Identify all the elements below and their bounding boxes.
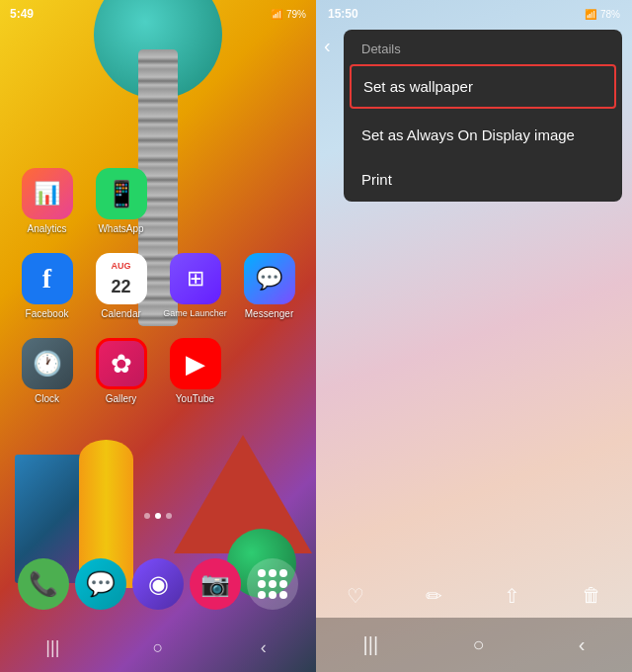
delete-icon[interactable]: 🗑 <box>582 584 601 607</box>
app-row-2: f Facebook AUG 22 Calendar ⊞ Game Launch… <box>10 253 306 320</box>
app-gallery[interactable]: ✿ Gallery <box>89 338 153 405</box>
app-empty-1 <box>163 168 227 235</box>
app-youtube[interactable]: ▶ YouTube <box>163 338 227 405</box>
calendar-label: Calendar <box>101 308 141 320</box>
print-label: Print <box>361 171 392 188</box>
dock-camera[interactable]: 📷 <box>190 558 241 610</box>
clock-label: Clock <box>35 393 59 405</box>
page-indicators <box>0 513 316 519</box>
nav-recent[interactable]: ||| <box>38 637 67 657</box>
status-bar-left: 5:49 📶 79% <box>0 0 316 28</box>
dot-3 <box>166 513 172 519</box>
dock-messages[interactable]: 💬 <box>75 558 126 610</box>
app-calendar[interactable]: AUG 22 Calendar <box>89 253 153 320</box>
gallery-label: Gallery <box>106 393 137 405</box>
app-empty-2 <box>237 168 301 235</box>
favorite-icon[interactable]: ♡ <box>347 584 364 608</box>
dock-phone[interactable]: 📞 <box>18 558 69 610</box>
left-status-icons: 📶 79% <box>271 9 306 20</box>
app-gamelauncher[interactable]: ⊞ Game Launcher <box>163 253 227 320</box>
nav-back[interactable]: ‹ <box>249 637 278 657</box>
nav-right-back[interactable]: ‹ <box>579 633 586 656</box>
app-grid: 📊 Analytics 📱 WhatsApp f Facebook <box>0 168 316 423</box>
whatsapp-icon: 📱 <box>96 168 147 219</box>
nav-bar-left: ||| ○ ‹ <box>0 623 316 672</box>
gamelauncher-label: Game Launcher <box>163 308 227 319</box>
app-facebook[interactable]: f Facebook <box>15 253 79 320</box>
back-button[interactable]: ‹ <box>324 35 331 57</box>
right-time: 15:50 <box>328 7 358 21</box>
app-messenger[interactable]: 💬 Messenger <box>237 253 301 320</box>
dock: 📞 💬 ◉ 📷 <box>0 550 316 618</box>
dock-apps[interactable] <box>247 558 298 610</box>
left-signal-icon: 📶 <box>271 9 282 20</box>
status-bar-right: 15:50 📶 78% <box>316 0 632 28</box>
right-battery-text: 78% <box>600 9 620 20</box>
set-aod-item[interactable]: Set as Always On Display image <box>344 113 622 157</box>
nav-home[interactable]: ○ <box>143 637 173 657</box>
left-time: 5:49 <box>10 7 34 21</box>
share-icon[interactable]: ⇧ <box>504 584 520 608</box>
set-aod-label: Set as Always On Display image <box>361 126 575 143</box>
app-row-1: 📊 Analytics 📱 WhatsApp <box>10 168 306 235</box>
app-whatsapp[interactable]: 📱 WhatsApp <box>89 168 153 235</box>
analytics-icon: 📊 <box>22 168 73 219</box>
app-analytics[interactable]: 📊 Analytics <box>15 168 79 235</box>
right-phone-screen: 15:50 📶 78% ‹ Details Set as wallpaper S… <box>316 0 632 672</box>
context-menu-header: Details <box>344 30 622 64</box>
youtube-icon: ▶ <box>170 338 221 389</box>
set-wallpaper-item[interactable]: Set as wallpaper <box>350 64 616 109</box>
clock-icon: 🕐 <box>22 338 73 389</box>
facebook-label: Facebook <box>26 308 69 320</box>
edit-icon[interactable]: ✏ <box>426 584 442 608</box>
messenger-icon: 💬 <box>244 253 295 304</box>
whatsapp-label: WhatsApp <box>98 223 143 235</box>
gallery-icon: ✿ <box>96 338 147 389</box>
dot-2 <box>155 513 161 519</box>
app-row-3: 🕐 Clock ✿ Gallery ▶ YouTube <box>10 338 306 405</box>
print-item[interactable]: Print <box>344 157 622 202</box>
left-phone-screen: 5:49 📶 79% 📊 Analytics 📱 WhatsApp <box>0 0 316 672</box>
context-menu: Details Set as wallpaper Set as Always O… <box>344 30 622 202</box>
dock-bixby[interactable]: ◉ <box>132 558 184 610</box>
nav-bar-right: ||| ○ ‹ <box>316 618 632 672</box>
youtube-label: YouTube <box>176 393 214 405</box>
right-signal-icon: 📶 <box>585 9 596 20</box>
right-status-icons: 📶 78% <box>585 9 620 20</box>
gamelauncher-icon: ⊞ <box>170 253 221 304</box>
app-empty-3 <box>237 338 301 405</box>
analytics-label: Analytics <box>27 223 66 235</box>
set-wallpaper-label: Set as wallpaper <box>363 78 473 95</box>
messenger-label: Messenger <box>245 308 293 320</box>
left-battery-text: 79% <box>286 9 306 20</box>
app-clock[interactable]: 🕐 Clock <box>15 338 79 405</box>
bottom-toolbar: ♡ ✏ ⇧ 🗑 <box>316 573 632 618</box>
calendar-icon: AUG 22 <box>96 253 147 304</box>
nav-right-home[interactable]: ○ <box>472 633 484 656</box>
nav-right-recent[interactable]: ||| <box>363 633 379 656</box>
dot-1 <box>144 513 150 519</box>
facebook-icon: f <box>22 253 73 304</box>
